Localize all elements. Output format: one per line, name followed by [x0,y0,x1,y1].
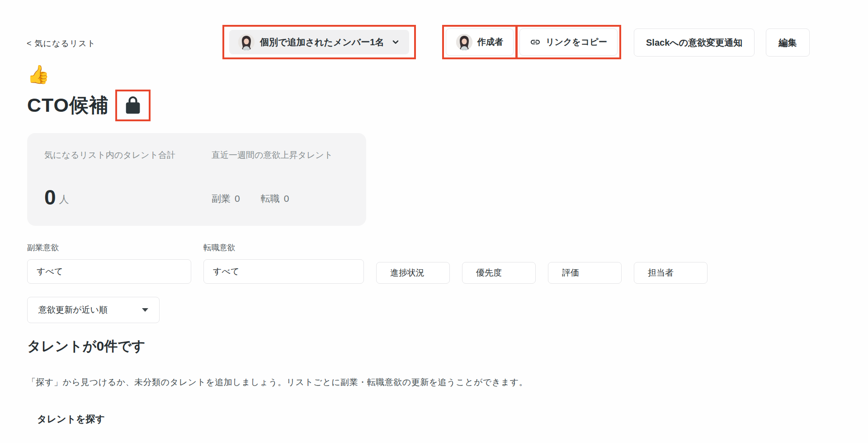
chevron-down-icon [391,38,400,47]
filter-chip-rating[interactable]: 評価 [548,262,622,284]
highlight-box-creator: 作成者 [442,25,517,59]
job-change-filter-select[interactable]: すべて [203,259,364,284]
slack-notify-button[interactable]: Slackへの意欲変更通知 [634,29,755,57]
members-dropdown-label: 個別で追加されたメンバー1名 [260,36,384,48]
empty-state-heading: タレントが0件です [27,337,823,356]
job-change-filter-label: 転職意欲 [203,242,364,253]
back-link[interactable]: < 気になるリスト [27,38,96,49]
creator-avatar [456,34,472,50]
stats-total-unit: 人 [59,193,69,208]
filter-chip-assignee[interactable]: 担当者 [634,262,708,284]
copy-link-label: リンクをコピー [546,36,607,48]
members-dropdown[interactable]: 個別で追加されたメンバー1名 [229,30,409,54]
creator-label: 作成者 [477,36,503,48]
job-change-label: 転職 [261,192,280,205]
link-icon [530,37,541,48]
stats-total-value: 0 [44,187,56,208]
list-detail-page: < 気になるリスト 個別で追加されたメンバー1名 作成者 リンクをコピー [0,0,868,443]
creator-button[interactable]: 作成者 [446,29,514,56]
side-job-label: 副業 [212,192,231,205]
lock-icon[interactable] [123,95,143,116]
main-content: 👍 CTO候補 気になるリスト内のタレント合計 直近一週間の意欲上昇タレント 0… [27,63,823,425]
filter-row: 副業意欲 すべて 転職意欲 すべて 進捗状況 優先度 評価 担当者 [27,242,823,284]
member-avatar [238,34,255,50]
highlight-box-members: 個別で追加されたメンバー1名 [222,25,416,59]
page-title: CTO候補 [27,92,109,119]
stats-card: 気になるリスト内のタレント合計 直近一週間の意欲上昇タレント 0 人 副業 0 … [27,133,366,226]
empty-state-description: 「探す」から見つけるか、未分類のタレントを追加しましょう。リストごとに副業・転職… [27,376,823,388]
sort-caret-icon [142,308,148,312]
list-emoji: 👍 [27,63,823,85]
edit-button[interactable]: 編集 [766,29,810,57]
find-talent-button[interactable]: タレントを探す [37,413,105,425]
copy-link-button[interactable]: リンクをコピー [519,29,618,56]
highlight-box-lock [115,90,151,121]
side-job-value: 0 [235,193,240,204]
side-job-filter-select[interactable]: すべて [27,259,191,284]
stats-total-label: 気になるリスト内のタレント合計 [44,149,212,161]
stats-recent-label: 直近一週間の意欲上昇タレント [212,149,333,161]
filter-chip-priority[interactable]: 優先度 [462,262,536,284]
job-change-value: 0 [284,193,289,204]
side-job-filter-label: 副業意欲 [27,242,191,253]
sort-dropdown-value: 意欲更新が近い順 [38,304,108,316]
filter-chip-progress[interactable]: 進捗状況 [376,262,450,284]
title-row: CTO候補 [27,90,823,121]
highlight-box-copy-link: リンクをコピー [516,25,621,59]
sort-dropdown[interactable]: 意欲更新が近い順 [27,297,160,323]
